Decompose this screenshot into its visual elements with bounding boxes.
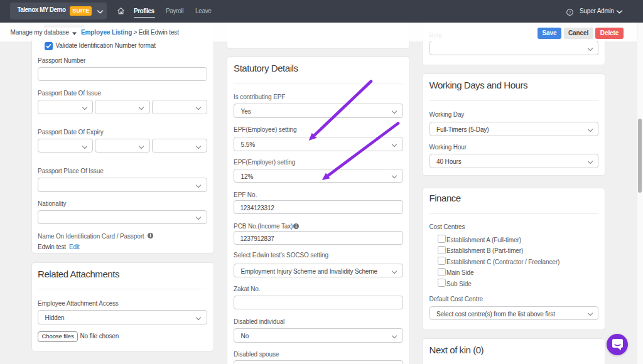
svg-text:?: ?: [568, 10, 571, 14]
